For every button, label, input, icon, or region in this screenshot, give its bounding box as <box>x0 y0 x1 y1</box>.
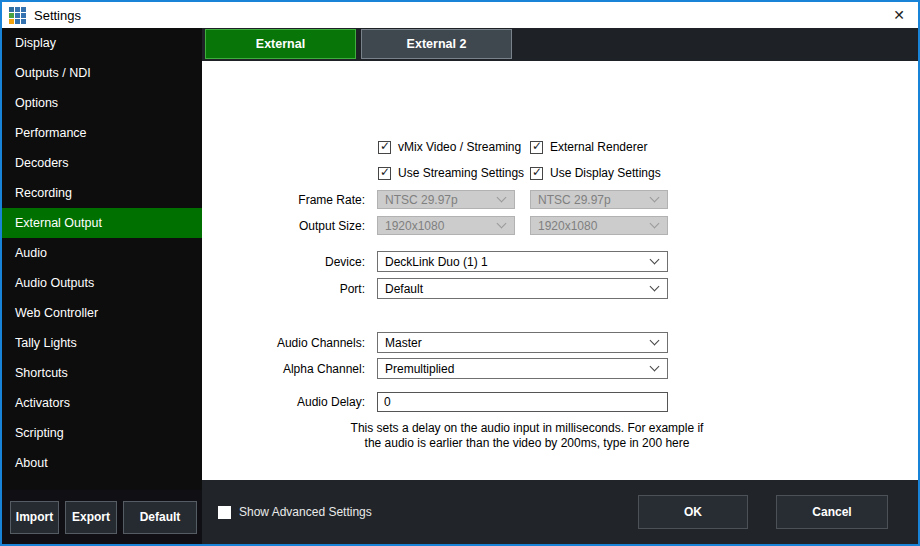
frame-rate-select-1: NTSC 29.97p <box>377 190 515 209</box>
sidebar-item-options[interactable]: Options <box>2 88 202 118</box>
chevron-down-icon <box>650 335 660 345</box>
sidebar-item-external-output[interactable]: External Output <box>2 208 202 238</box>
output-size-select-1: 1920x1080 <box>377 216 515 235</box>
port-label: Port: <box>202 282 365 296</box>
dialog-footer: Show Advanced Settings OK Cancel <box>202 480 918 544</box>
chevron-down-icon <box>650 361 660 371</box>
audio-channels-label: Audio Channels: <box>202 336 365 350</box>
sidebar-item-outputs-ndi[interactable]: Outputs / NDI <box>2 58 202 88</box>
import-button[interactable]: Import <box>10 501 59 534</box>
sidebar-item-display[interactable]: Display <box>2 28 202 58</box>
device-label: Device: <box>202 255 365 269</box>
checkbox-label: Use Streaming Settings <box>398 166 524 180</box>
audio-delay-input[interactable] <box>377 392 668 412</box>
sidebar-item-audio-outputs[interactable]: Audio Outputs <box>2 268 202 298</box>
chevron-down-icon <box>650 218 660 228</box>
tab-bar: External External 2 <box>202 28 918 61</box>
chevron-down-icon <box>650 192 660 202</box>
sidebar-item-scripting[interactable]: Scripting <box>2 418 202 448</box>
checkbox-label: Use Display Settings <box>550 166 661 180</box>
audio-delay-label: Audio Delay: <box>202 395 365 409</box>
checkbox-icon[interactable] <box>378 167 391 180</box>
alpha-channel-select[interactable]: Premultiplied <box>377 358 668 379</box>
external-renderer-checkbox[interactable]: External Renderer <box>530 140 647 154</box>
tab-external[interactable]: External <box>205 29 356 59</box>
alpha-channel-label: Alpha Channel: <box>202 362 365 376</box>
settings-sidebar: Display Outputs / NDI Options Performanc… <box>2 28 202 544</box>
window-title: Settings <box>34 8 81 23</box>
title-bar: Settings ✕ <box>2 2 918 28</box>
use-display-settings-checkbox[interactable]: Use Display Settings <box>530 166 661 180</box>
checkbox-icon[interactable] <box>378 141 391 154</box>
sidebar-footer: Import Export Default <box>2 490 202 544</box>
sidebar-item-performance[interactable]: Performance <box>2 118 202 148</box>
output-size-label: Output Size: <box>202 219 365 233</box>
sidebar-item-tally-lights[interactable]: Tally Lights <box>2 328 202 358</box>
use-streaming-settings-checkbox[interactable]: Use Streaming Settings <box>378 166 530 180</box>
checkbox-icon[interactable] <box>530 167 543 180</box>
cancel-button[interactable]: Cancel <box>776 495 888 529</box>
close-icon[interactable]: ✕ <box>880 2 918 28</box>
settings-window: Settings ✕ Display Outputs / NDI Options… <box>0 0 920 546</box>
chevron-down-icon <box>497 218 507 228</box>
external-output-form: vMix Video / Streaming External Renderer… <box>202 61 918 480</box>
device-select[interactable]: DeckLink Duo (1) 1 <box>377 251 668 272</box>
sidebar-item-about[interactable]: About <box>2 448 202 478</box>
sidebar-item-web-controller[interactable]: Web Controller <box>2 298 202 328</box>
sidebar-item-audio[interactable]: Audio <box>2 238 202 268</box>
tab-external-2[interactable]: External 2 <box>361 29 512 59</box>
port-select[interactable]: Default <box>377 278 668 299</box>
checkbox-label: vMix Video / Streaming <box>398 140 521 154</box>
audio-channels-select[interactable]: Master <box>377 332 668 353</box>
sidebar-item-recording[interactable]: Recording <box>2 178 202 208</box>
chevron-down-icon <box>497 192 507 202</box>
sidebar-item-decoders[interactable]: Decoders <box>2 148 202 178</box>
frame-rate-select-2: NTSC 29.97p <box>530 190 668 209</box>
sidebar-item-shortcuts[interactable]: Shortcuts <box>2 358 202 388</box>
frame-rate-label: Frame Rate: <box>202 193 365 207</box>
audio-delay-help-text: This sets a delay on the audio input in … <box>342 421 712 451</box>
checkbox-icon[interactable] <box>530 141 543 154</box>
export-button[interactable]: Export <box>65 501 117 534</box>
checkbox-label: External Renderer <box>550 140 647 154</box>
ok-button[interactable]: OK <box>638 495 748 529</box>
show-advanced-checkbox[interactable] <box>218 506 231 519</box>
vmix-logo-icon <box>9 7 26 24</box>
chevron-down-icon <box>650 281 660 291</box>
default-button[interactable]: Default <box>123 501 197 534</box>
chevron-down-icon <box>650 254 660 264</box>
sidebar-nav: Display Outputs / NDI Options Performanc… <box>2 28 202 490</box>
show-advanced-label: Show Advanced Settings <box>239 505 372 519</box>
vmix-video-streaming-checkbox[interactable]: vMix Video / Streaming <box>378 140 530 154</box>
sidebar-item-activators[interactable]: Activators <box>2 388 202 418</box>
output-size-select-2: 1920x1080 <box>530 216 668 235</box>
main-panel: External External 2 vMix Video / Streami… <box>202 28 918 544</box>
